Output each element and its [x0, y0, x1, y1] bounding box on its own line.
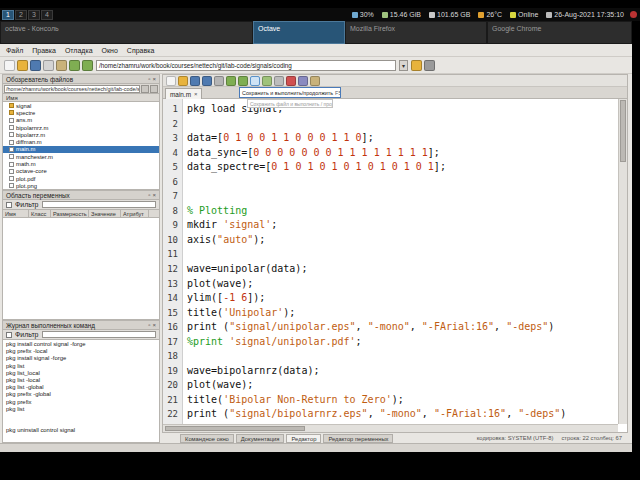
file-item-manchester.m[interactable]: manchester.m: [3, 153, 159, 160]
file-item-ans.m[interactable]: ans.m: [3, 117, 159, 124]
code-line-16[interactable]: 16print ("signal/unipolar.eps", "-mono",…: [163, 320, 618, 335]
folder-actions-icon[interactable]: [150, 85, 158, 93]
file-item-plot.png[interactable]: plot.png: [3, 182, 159, 189]
menu-edit[interactable]: Правка: [32, 47, 56, 54]
workspace-button-4[interactable]: 4: [41, 10, 53, 20]
file-browser-path-field[interactable]: /home/zhamru/work/book/courses/nettech/g…: [4, 85, 140, 93]
save-and-run-icon[interactable]: [250, 76, 260, 86]
vertical-scrollbar[interactable]: [618, 99, 627, 424]
column-class[interactable]: Класс: [29, 210, 51, 217]
save-icon[interactable]: [30, 60, 41, 71]
workspace-button-2[interactable]: 2: [15, 10, 27, 20]
file-item-diffman.m[interactable]: diffman.m: [3, 138, 159, 145]
title-tab-chrome[interactable]: Google Chrome: [487, 21, 632, 44]
print-icon[interactable]: [214, 76, 224, 86]
menu-debug[interactable]: Отладка: [65, 47, 93, 54]
find-icon[interactable]: [274, 76, 284, 86]
column-value[interactable]: Значение: [89, 210, 121, 217]
code-line-18[interactable]: 18: [163, 349, 618, 364]
redo-edit-icon[interactable]: [238, 76, 248, 86]
menu-window[interactable]: Окно: [102, 47, 118, 54]
filter-combobox[interactable]: [42, 331, 156, 338]
code-line-6[interactable]: 6: [163, 175, 618, 190]
code-line-19[interactable]: 19wave=bipolarnrz(data);: [163, 364, 618, 379]
undock-icon[interactable]: ▫: [148, 192, 150, 198]
combo-dropdown-icon[interactable]: ▾: [399, 60, 408, 71]
history-item-5[interactable]: pkg list_local: [3, 370, 159, 377]
undock-icon[interactable]: ▫: [148, 76, 150, 82]
code-line-17[interactable]: 17%print 'signal/unipolar.pdf';: [163, 335, 618, 350]
file-item-signal[interactable]: signal: [3, 102, 159, 109]
code-line-3[interactable]: 3data=[0 1 0 0 1 1 0 0 0 1 1 0];: [163, 131, 618, 146]
file-item-bipolarrz.m[interactable]: bipolarrz.m: [3, 131, 159, 138]
code-line-9[interactable]: 9mkdir 'signal';: [163, 218, 618, 233]
history-item-8[interactable]: pkg prefix -global: [3, 391, 159, 398]
code-line-5[interactable]: 5data_spectre=[0 1 0 1 0 1 0 1 0 1 0 1 0…: [163, 160, 618, 175]
title-tab-firefox[interactable]: Mozilla Firefox: [345, 21, 487, 44]
dock-tab-command-window[interactable]: Командное окно: [180, 434, 234, 443]
close-icon[interactable]: ×: [152, 76, 156, 82]
help-icon[interactable]: [310, 76, 320, 86]
history-item-12[interactable]: [3, 420, 159, 427]
copy-icon[interactable]: [43, 60, 54, 71]
up-directory-icon[interactable]: [141, 85, 149, 93]
dock-tab-documentation[interactable]: Документация: [236, 434, 285, 443]
file-item-bipolarnrz.m[interactable]: bipolarnrz.m: [3, 124, 159, 131]
filter-checkbox[interactable]: [6, 332, 12, 338]
vertical-scrollbar-thumb[interactable]: [620, 100, 626, 162]
code-line-14[interactable]: 14ylim([-1 6]);: [163, 291, 618, 306]
open-document-icon[interactable]: [178, 76, 188, 86]
history-item-2[interactable]: pkg prefix -local: [3, 348, 159, 355]
browse-directory-icon[interactable]: [411, 60, 422, 71]
file-item-main.m[interactable]: main.m: [3, 146, 159, 153]
close-tab-icon[interactable]: ×: [194, 91, 198, 97]
history-item-13[interactable]: pkg uninstall control signal: [3, 427, 159, 434]
horizontal-scrollbar-thumb[interactable]: [165, 426, 305, 431]
file-item-plot.pdf[interactable]: plot.pdf: [3, 175, 159, 182]
history-item-11[interactable]: [3, 413, 159, 420]
file-item-spectre[interactable]: spectre: [3, 109, 159, 116]
title-tab-octave[interactable]: Octave: [253, 21, 345, 44]
new-script-icon[interactable]: [4, 60, 15, 71]
history-item-7[interactable]: pkg list -global: [3, 384, 159, 391]
code-line-8[interactable]: 8% Plotting: [163, 204, 618, 219]
code-line-11[interactable]: 11: [163, 247, 618, 262]
history-item-6[interactable]: pkg list -local: [3, 377, 159, 384]
workspace-button-3[interactable]: 3: [28, 10, 40, 20]
workspace-variable-list[interactable]: [2, 218, 160, 320]
history-item-3[interactable]: pkg install signal -forge: [3, 355, 159, 362]
new-document-icon[interactable]: [166, 76, 176, 86]
workspace-button-1[interactable]: 1: [2, 10, 14, 20]
open-file-icon[interactable]: [17, 60, 28, 71]
column-name[interactable]: Имя: [3, 210, 29, 217]
step-icon[interactable]: [298, 76, 308, 86]
up-directory-icon[interactable]: [424, 60, 435, 71]
menu-file[interactable]: Файл: [6, 47, 23, 54]
code-line-15[interactable]: 15title('Unipolar');: [163, 306, 618, 321]
file-item-octave-core[interactable]: octave-core: [3, 168, 159, 175]
code-line-22[interactable]: 22print ("signal/bipolarnrz.eps", "-mono…: [163, 407, 618, 422]
toggle-breakpoint-icon[interactable]: [286, 76, 296, 86]
code-line-20[interactable]: 20plot(wave);: [163, 378, 618, 393]
code-line-2[interactable]: 2: [163, 117, 618, 132]
undo-edit-icon[interactable]: [226, 76, 236, 86]
save-all-icon[interactable]: [202, 76, 212, 86]
history-item-4[interactable]: pkg list: [3, 363, 159, 370]
horizontal-scrollbar[interactable]: [163, 424, 618, 432]
file-item-math.m[interactable]: math.m: [3, 160, 159, 167]
save-file-icon[interactable]: [190, 76, 200, 86]
dock-tab-variable-editor[interactable]: Редактор переменных: [323, 434, 393, 443]
column-dimension[interactable]: Размерность: [51, 210, 89, 217]
code-line-21[interactable]: 21title('Bipolar Non-Return to Zero');: [163, 393, 618, 408]
code-line-12[interactable]: 12wave=unipolar(data);: [163, 262, 618, 277]
editor-tab-main-m[interactable]: main.m ×: [165, 88, 202, 99]
power-icon[interactable]: [630, 11, 637, 18]
close-icon[interactable]: ×: [152, 322, 156, 328]
run-selection-icon[interactable]: [262, 76, 272, 86]
code-line-10[interactable]: 10axis("auto");: [163, 233, 618, 248]
code-line-13[interactable]: 13plot(wave);: [163, 277, 618, 292]
code-line-7[interactable]: 7: [163, 189, 618, 204]
column-attribute[interactable]: Атрибут: [121, 210, 149, 217]
close-icon[interactable]: ×: [152, 192, 156, 198]
filter-combobox[interactable]: [42, 201, 156, 208]
